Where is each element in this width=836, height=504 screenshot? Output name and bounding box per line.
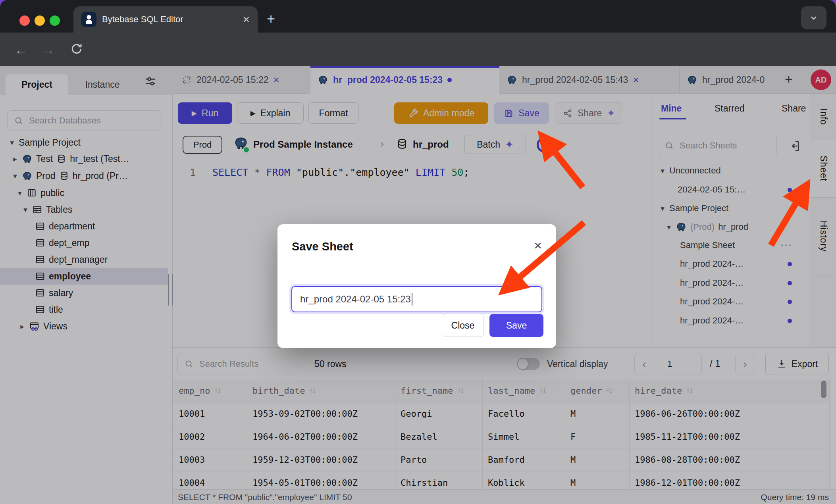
save-sheet-dialog: Save Sheet × hr_prod 2024-02-05 15:23 Cl… (277, 224, 556, 348)
new-tab-button[interactable]: + (267, 12, 275, 26)
dialog-close-button[interactable]: Close (442, 314, 484, 337)
dialog-save-button[interactable]: Save (489, 314, 543, 337)
text-caret (412, 293, 412, 306)
browser-tabstrip: Bytebase SQL Editor × + (0, 0, 836, 33)
tab-search-button[interactable] (801, 6, 826, 29)
reload-icon[interactable] (70, 42, 83, 56)
dialog-close-icon[interactable]: × (534, 239, 542, 252)
browser-toolbar: ← → localhost:8080/sql-editor/prod-sampl… (0, 33, 836, 66)
browser-tab-title: Bytebase SQL Editor (102, 14, 237, 25)
chevron-down-icon (809, 13, 819, 23)
window-close-button[interactable] (19, 15, 30, 26)
browser-tab[interactable]: Bytebase SQL Editor × (73, 6, 258, 33)
sheet-name-input[interactable]: hr_prod 2024-02-05 15:23 (291, 286, 542, 312)
window-zoom-button[interactable] (50, 15, 60, 26)
bytebase-favicon (81, 12, 96, 27)
forward-icon[interactable]: → (41, 43, 55, 56)
back-icon[interactable]: ← (14, 43, 28, 56)
browser-window: Bytebase SQL Editor × + ← → localhost:80… (0, 0, 836, 504)
window-minimize-button[interactable] (35, 15, 45, 26)
dialog-divider (277, 276, 556, 276)
browser-tab-close-icon[interactable]: × (243, 13, 250, 25)
dialog-title: Save Sheet (292, 240, 353, 253)
